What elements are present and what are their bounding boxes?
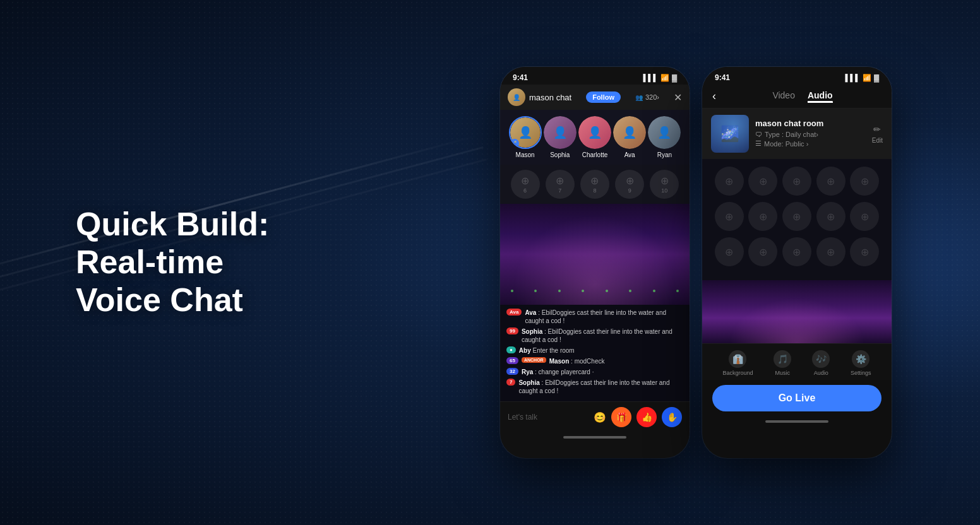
participant-ryan-img: 👤 (648, 116, 681, 149)
settings-label: Settings (851, 370, 871, 376)
seat-7[interactable]: ⊕ 7 (546, 170, 575, 199)
seat-icon: ⊕ (590, 175, 599, 187)
battery-icon: ▓ (672, 74, 677, 81)
participant-ryan-avatar: 👤 (648, 116, 681, 149)
chat-message-3: ● Aby Enter the room (506, 346, 683, 355)
room-title: mason chat room (755, 119, 866, 128)
chat-text: Rya : change playercard · (522, 368, 594, 376)
go-live-button[interactable]: Go Live (712, 385, 881, 411)
background-icon: 👔 (729, 350, 746, 368)
participants-section: 👤 🎤 Mason 👤 Sophia 👤 Charlotte (500, 110, 690, 165)
edit-button[interactable]: ✏ (873, 124, 881, 134)
seat-6[interactable]: ⊕ 6 (511, 170, 540, 199)
chat-text: Sophia : EbilDoggies cast their line int… (518, 379, 683, 395)
chat-badge: 7 (506, 379, 515, 386)
seat-icon: ⊕ (660, 175, 669, 187)
light-dot (629, 290, 631, 292)
seats-row: ⊕ 6 ⊕ 7 ⊕ 8 ⊕ 9 ⊕ 10 (500, 165, 690, 204)
seat-8[interactable]: ⊕ 8 (580, 170, 609, 199)
audio-tool[interactable]: 🎶 Audio (812, 350, 830, 376)
room-info-text: mason chat room 🗨 Type : Daily chat› ☰ M… (755, 119, 866, 149)
follow-button[interactable]: Follow (586, 91, 621, 103)
chat-text: Sophia : EbilDoggies cast their line int… (522, 327, 683, 344)
chat-message-1: Ava Ava : EbilDoggies cast their line in… (506, 309, 683, 325)
phone2-status-icons: ▌▌▌ 📶 ▓ (846, 74, 879, 82)
audio-icon: 🎶 (812, 350, 830, 368)
tab-audio[interactable]: Audio (808, 90, 833, 103)
seat-p1[interactable]: ⊕ (715, 167, 744, 196)
phone1-room-avatar: 👤 (508, 88, 525, 106)
tab-video[interactable]: Video (772, 90, 795, 103)
mic-badge: 🎤 (510, 139, 519, 148)
room-thumb-overlay (711, 115, 749, 153)
participants-row: 👤 🎤 Mason 👤 Sophia 👤 Charlotte (508, 116, 682, 158)
seat-p13[interactable]: ⊕ (782, 237, 811, 266)
seat-p12[interactable]: ⊕ (748, 237, 777, 266)
phone1-room-name: mason chat (529, 93, 571, 102)
raise-hand-button[interactable]: ✋ (662, 407, 682, 427)
chat-placeholder: Let's talk (508, 413, 589, 422)
like-button[interactable]: 👍 (636, 407, 657, 427)
gift-button[interactable]: 🎁 (611, 407, 631, 427)
background-label: Background (722, 370, 753, 376)
seat-p14[interactable]: ⊕ (816, 237, 846, 266)
seat-p8[interactable]: ⊕ (782, 202, 811, 231)
chat-message-5: 32 Rya : change playercard · (506, 368, 683, 376)
participant-ava-img: 👤 (613, 116, 646, 149)
edit-section: ✏ Edit (872, 124, 883, 144)
seat-p2[interactable]: ⊕ (748, 167, 777, 196)
music-tool[interactable]: 🎵 Music (774, 350, 791, 376)
chat-message-6: 7 Sophia : EbilDoggies cast their line i… (506, 379, 683, 395)
back-button[interactable]: ‹ (712, 90, 716, 103)
seat-p6[interactable]: ⊕ (715, 202, 744, 231)
participant-mason: 👤 🎤 Mason (509, 116, 542, 158)
chat-text: Ava : EbilDoggies cast their line into t… (525, 309, 683, 325)
hero-title: Quick Build: Real-time Voice Chat (76, 206, 269, 318)
seat-p3[interactable]: ⊕ (782, 167, 811, 196)
chat-badge: 99 (506, 327, 518, 334)
chat-badge: Ava (506, 309, 522, 316)
seat-p11[interactable]: ⊕ (715, 237, 744, 266)
participant-charlotte-img: 👤 (578, 116, 611, 149)
phone1-status-icons: ▌▌▌ 📶 ▓ (643, 74, 677, 82)
chat-badge: 32 (506, 368, 518, 375)
seat-10[interactable]: ⊕ 10 (650, 170, 679, 199)
emoji-icon[interactable]: 😊 (594, 411, 606, 423)
seat-icon: ⊕ (556, 175, 564, 187)
participant-charlotte-avatar: 👤 (578, 116, 611, 149)
seat-p7[interactable]: ⊕ (748, 202, 777, 231)
seat-p5[interactable]: ⊕ (850, 167, 879, 196)
phone1-time: 9:41 (513, 73, 528, 82)
bottom-toolbar: 👔 Background 🎵 Music 🎶 Audio ⚙️ Settings (702, 343, 892, 380)
settings-tool[interactable]: ⚙️ Settings (851, 350, 871, 376)
music-label: Music (775, 370, 791, 376)
room-thumbnail: 🌌 (711, 115, 749, 153)
participant-sophia-img: 👤 (544, 116, 577, 149)
seat-p10[interactable]: ⊕ (850, 202, 879, 231)
stage-background (500, 204, 690, 305)
phone2: 9:41 ▌▌▌ 📶 ▓ ‹ Video Audio 🌌 mason chat … (702, 67, 892, 458)
close-button[interactable]: ✕ (674, 91, 682, 103)
background-tool[interactable]: 👔 Background (722, 350, 753, 376)
phone2-time: 9:41 (715, 73, 730, 82)
home-indicator-2 (765, 420, 828, 423)
seat-p9[interactable]: ⊕ (816, 202, 846, 231)
stage-background-2 (702, 280, 892, 343)
signal-icon: ▌▌▌ (846, 74, 860, 81)
audio-label: Audio (814, 370, 828, 376)
chat-message-4: 65 ANCHOR Mason : modCheck (506, 357, 683, 365)
stage-lights (500, 290, 690, 292)
phone2-status-bar: 9:41 ▌▌▌ 📶 ▓ (702, 67, 892, 85)
participant-charlotte: 👤 Charlotte (578, 116, 611, 158)
viewer-count: 👥 320› (635, 93, 659, 101)
seat-9[interactable]: ⊕ 9 (615, 170, 644, 199)
seat-p4[interactable]: ⊕ (816, 167, 846, 196)
participant-sophia-avatar: 👤 (544, 116, 577, 149)
light-dot (511, 290, 513, 292)
list-icon: ☰ (755, 139, 762, 148)
participant-sophia-name: Sophia (550, 151, 570, 158)
seat-p15[interactable]: ⊕ (850, 237, 879, 266)
room-type: 🗨 Type : Daily chat› (755, 131, 866, 138)
wifi-icon: 📶 (863, 74, 871, 82)
phone1-header: 👤 mason chat Follow 👥 320› ✕ (500, 85, 690, 110)
